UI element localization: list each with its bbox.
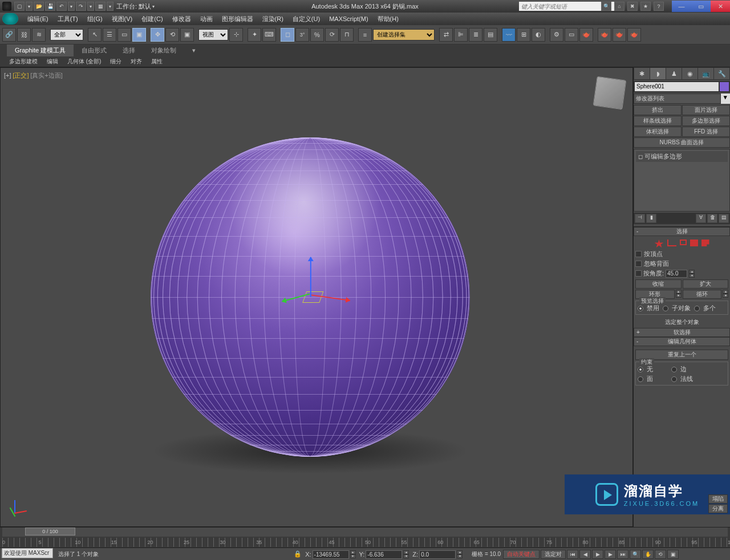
preview-disable-radio[interactable] bbox=[638, 306, 643, 311]
workspace-dropdown-icon[interactable]: ▾ bbox=[152, 4, 159, 9]
favorite-icon[interactable]: ★ bbox=[640, 2, 651, 11]
next-frame-icon[interactable]: ▶ bbox=[605, 550, 616, 559]
ribbon-subdivide[interactable]: 细分 bbox=[106, 56, 126, 67]
prev-frame-icon[interactable]: ◀ bbox=[579, 550, 591, 559]
viewcube[interactable] bbox=[593, 76, 627, 110]
time-ruler[interactable]: 0510152025303540455055606570758085909510… bbox=[2, 538, 728, 547]
application-menu-icon[interactable] bbox=[2, 13, 18, 25]
ring-up-icon[interactable]: ▴ bbox=[676, 290, 682, 294]
modifier-list-drop-icon[interactable]: ▾ bbox=[721, 94, 730, 104]
schematic-icon[interactable]: ⊞ bbox=[517, 28, 530, 42]
mod-btn-spline-select[interactable]: 样条线选择 bbox=[634, 116, 682, 126]
selection-set-button[interactable]: 选定对 bbox=[541, 550, 566, 559]
keyboard-shortcut-icon[interactable]: ⌨ bbox=[262, 28, 276, 42]
percent-snap-icon[interactable]: % bbox=[310, 28, 324, 42]
vertex-level-icon[interactable] bbox=[655, 240, 664, 247]
menu-group[interactable]: 组(G) bbox=[83, 13, 107, 25]
viewport-label[interactable]: [+] [正交] [真实+边面] bbox=[4, 71, 63, 80]
menu-render[interactable]: 渲染(R) bbox=[258, 13, 288, 25]
welcome-box[interactable]: 欢迎使用 MAXScr bbox=[2, 548, 53, 558]
time-slider-track[interactable]: 0 / 100 bbox=[2, 527, 728, 537]
element-level-icon[interactable] bbox=[701, 240, 709, 246]
constraint-face-radio[interactable] bbox=[638, 376, 643, 382]
maximize-button[interactable]: ▭ bbox=[691, 1, 711, 12]
exchange-icon[interactable]: ✖ bbox=[627, 2, 638, 11]
rotate-icon[interactable]: ⟲ bbox=[165, 28, 179, 42]
menu-customize[interactable]: 自定义(U) bbox=[288, 13, 325, 25]
border-level-icon[interactable] bbox=[680, 240, 687, 245]
new-file-dropdown-icon[interactable]: ▾ bbox=[26, 2, 33, 11]
constraint-edge-radio[interactable] bbox=[671, 367, 677, 372]
open-file-icon[interactable]: 📂 bbox=[34, 2, 44, 11]
app-icon[interactable] bbox=[2, 2, 11, 11]
menu-modifiers[interactable]: 修改器 bbox=[168, 13, 196, 25]
coord-system-select[interactable]: 视图 bbox=[198, 29, 228, 40]
modifier-stack[interactable]: ◻ 可编辑多边形 bbox=[634, 149, 730, 212]
mod-btn-extrude[interactable]: 挤出 bbox=[634, 105, 682, 115]
ribbon-edit[interactable]: 编辑 bbox=[42, 56, 63, 67]
ribbon-tab-paint[interactable]: 对象绘制 bbox=[143, 44, 184, 56]
angle-snap-icon[interactable]: 3° bbox=[295, 28, 309, 42]
named-sel-icon[interactable]: ≡ bbox=[358, 28, 372, 42]
remove-modifier-icon[interactable]: 🗑 bbox=[707, 214, 717, 223]
make-unique-icon[interactable]: ∀ bbox=[696, 214, 706, 223]
move-icon[interactable]: ✥ bbox=[151, 28, 164, 42]
render-setup-icon[interactable]: ⚙ bbox=[550, 28, 563, 42]
constraint-none-radio[interactable] bbox=[638, 367, 643, 372]
ribbon-tab-graphite[interactable]: Graphite 建模工具 bbox=[7, 44, 74, 56]
object-color-swatch[interactable] bbox=[720, 82, 729, 91]
ribbon-tab-selection[interactable]: 选择 bbox=[115, 44, 143, 56]
time-slider[interactable]: 0 / 100 bbox=[25, 527, 75, 535]
redo-dropdown-icon[interactable]: ▾ bbox=[87, 2, 94, 11]
show-result-icon[interactable]: ▮ bbox=[646, 214, 656, 223]
nav-zoom-icon[interactable]: 🔍 bbox=[630, 550, 641, 559]
workspace-label[interactable]: 工作台: 默认 bbox=[116, 2, 151, 11]
goto-start-icon[interactable]: ⏮ bbox=[567, 550, 578, 559]
rollout-soft-selection-header[interactable]: 软选择 bbox=[634, 328, 730, 337]
spinner-snap-icon[interactable]: ⟳ bbox=[325, 28, 339, 42]
align-icon[interactable]: ⊫ bbox=[454, 28, 468, 42]
preview-multi-radio[interactable] bbox=[694, 306, 700, 311]
gizmo-z-axis[interactable] bbox=[310, 257, 311, 297]
edge-level-icon[interactable] bbox=[667, 240, 676, 246]
polygon-level-icon[interactable] bbox=[690, 240, 698, 246]
save-file-icon[interactable]: 💾 bbox=[45, 2, 55, 11]
mod-btn-poly-select[interactable]: 多边形选择 bbox=[682, 116, 730, 126]
ribbon-dropdown-icon[interactable]: ▾ bbox=[184, 45, 204, 56]
search-icon[interactable]: 🔍 bbox=[601, 2, 611, 11]
viewport-orthographic[interactable]: [正交] bbox=[13, 72, 29, 79]
loop-button[interactable]: 循环 bbox=[683, 290, 722, 299]
selection-filter-select[interactable]: 全部 bbox=[50, 29, 83, 40]
mirror-icon[interactable]: ⇄ bbox=[439, 28, 453, 42]
close-button[interactable]: ✕ bbox=[711, 1, 730, 12]
loop-down-icon[interactable]: ▾ bbox=[723, 294, 728, 298]
menu-edit[interactable]: 编辑(E) bbox=[23, 13, 53, 25]
subscription-icon[interactable]: ⌂ bbox=[614, 2, 624, 11]
render-a-icon[interactable]: 🫖 bbox=[598, 28, 611, 42]
project-icon[interactable]: ▦ bbox=[95, 2, 106, 11]
help-icon[interactable]: ? bbox=[654, 2, 664, 11]
configure-sets-icon[interactable]: ▤ bbox=[719, 214, 729, 223]
pin-stack-icon[interactable]: ⊣ bbox=[635, 214, 645, 223]
display-tab-icon[interactable]: 📺 bbox=[698, 68, 713, 79]
curve-editor-icon[interactable]: 〰 bbox=[502, 28, 516, 42]
material-editor-icon[interactable]: ◐ bbox=[532, 28, 545, 42]
viewport-plus[interactable]: [+] bbox=[4, 72, 11, 79]
play-icon[interactable]: ▶ bbox=[592, 550, 603, 559]
layers-icon[interactable]: ≣ bbox=[469, 28, 482, 42]
ribbon-properties[interactable]: 属性 bbox=[147, 56, 167, 67]
coord-x-input[interactable]: -13469.55 bbox=[313, 550, 349, 559]
snap-toggle-icon[interactable]: ⊓ bbox=[340, 28, 354, 42]
scale-icon[interactable]: ▣ bbox=[180, 28, 194, 42]
viewport[interactable]: [+] [正交] [真实+边面] bbox=[0, 67, 633, 527]
pivot-icon[interactable]: ⊹ bbox=[229, 28, 243, 42]
utilities-tab-icon[interactable]: 🔧 bbox=[714, 68, 729, 79]
create-tab-icon[interactable]: ✱ bbox=[634, 68, 650, 79]
object-name-input[interactable]: Sphere001 bbox=[635, 82, 719, 91]
minimize-button[interactable]: — bbox=[672, 1, 691, 12]
select-icon[interactable]: ↖ bbox=[88, 28, 102, 42]
mod-btn-volume-select[interactable]: 体积选择 bbox=[634, 127, 682, 137]
preview-subobj-radio[interactable] bbox=[663, 306, 668, 311]
coord-y-input[interactable]: -6.636 bbox=[366, 550, 402, 559]
spin-down-icon[interactable]: ▾ bbox=[689, 274, 695, 278]
